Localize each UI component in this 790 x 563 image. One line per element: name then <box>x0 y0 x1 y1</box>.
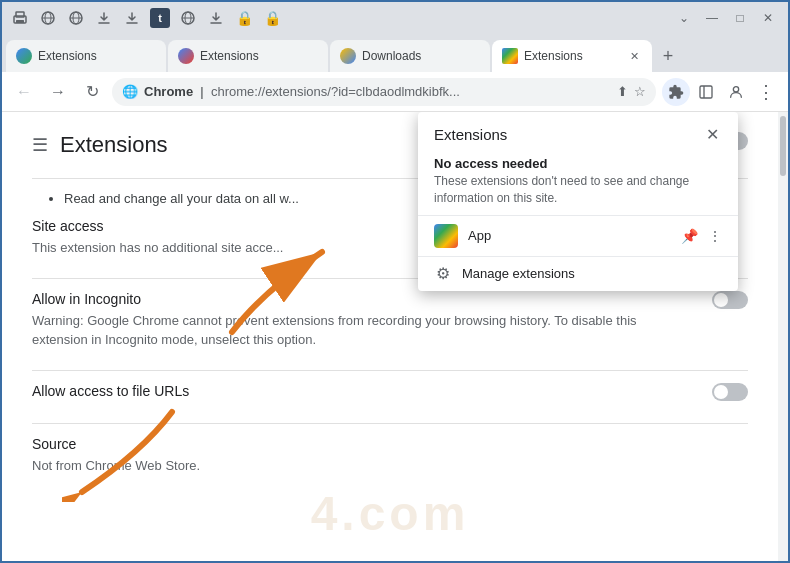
bookmark-icon[interactable]: ☆ <box>634 84 646 99</box>
new-tab-button[interactable]: + <box>654 42 682 70</box>
incognito-section: Allow in Incognito Warning: Google Chrom… <box>32 291 748 350</box>
extensions-button[interactable] <box>662 78 690 106</box>
tab-1[interactable]: Extensions <box>6 40 166 72</box>
svg-rect-2 <box>16 20 24 23</box>
incognito-text-block: Allow in Incognito Warning: Google Chrom… <box>32 291 692 350</box>
scrollbar-thumb[interactable] <box>780 116 786 176</box>
no-access-title: No access needed <box>418 152 738 173</box>
tab-favicon-active <box>502 48 518 64</box>
browser-window: t 🔒 🔒 ⌄ — □ ✕ <box>2 2 788 561</box>
tab-label-active: Extensions <box>524 49 620 63</box>
globe-icon-1[interactable] <box>38 8 58 28</box>
tab-label-2: Extensions <box>200 49 318 63</box>
manage-extensions-item[interactable]: ⚙ Manage extensions <box>418 256 738 291</box>
svg-rect-15 <box>700 86 712 98</box>
reload-button[interactable]: ↻ <box>78 78 106 106</box>
svg-rect-1 <box>16 12 24 17</box>
source-section: Source Not from Chrome Web Store. <box>32 436 748 476</box>
tab-favicon-1 <box>16 48 32 64</box>
globe-icon-3[interactable] <box>178 8 198 28</box>
share-icon[interactable]: ⬆ <box>617 84 628 99</box>
tab-2[interactable]: Extensions <box>168 40 328 72</box>
download-icon-1[interactable] <box>94 8 114 28</box>
separator-4 <box>32 423 748 424</box>
tab-bar: Extensions Extensions Downloads Extensio… <box>2 34 788 72</box>
page-title: Extensions <box>60 132 168 158</box>
incognito-title: Allow in Incognito <box>32 291 692 307</box>
tab-favicon-3 <box>340 48 356 64</box>
incognito-toggle[interactable] <box>712 291 748 309</box>
tumblr-icon[interactable]: t <box>150 8 170 28</box>
address-bar: ← → ↻ 🌐 Chrome | chrome://extensions/?id… <box>2 72 788 112</box>
watermark: 4.com <box>311 486 470 541</box>
minimize-button[interactable]: — <box>700 8 724 28</box>
app-extension-name: App <box>468 228 671 243</box>
title-icons-row: t 🔒 🔒 <box>10 8 282 28</box>
printer-icon[interactable] <box>10 8 30 28</box>
popup-title: Extensions <box>434 126 507 143</box>
source-title: Source <box>32 436 748 452</box>
toolbar-right: ⋮ <box>662 78 780 106</box>
manage-extensions-label: Manage extensions <box>462 266 575 281</box>
tab-3[interactable]: Downloads <box>330 40 490 72</box>
forward-button[interactable]: → <box>44 78 72 106</box>
content-area: 4.com ☰ Extensions er mode Read and chan… <box>2 112 788 561</box>
profile-button[interactable] <box>722 78 750 106</box>
file-urls-toggle-thumb <box>714 385 728 399</box>
file-urls-toggle[interactable] <box>712 383 748 401</box>
chevron-up-icon[interactable]: ⌄ <box>672 8 696 28</box>
lock-icon-1[interactable]: 🔒 <box>234 8 254 28</box>
popup-close-button[interactable]: ✕ <box>702 124 722 144</box>
extensions-popup: Extensions ✕ No access needed These exte… <box>418 112 738 291</box>
address-icon: 🌐 <box>122 84 138 99</box>
tab-close-button[interactable]: ✕ <box>626 48 642 64</box>
tab-favicon-2 <box>178 48 194 64</box>
back-button[interactable]: ← <box>10 78 38 106</box>
manage-gear-icon: ⚙ <box>434 265 452 283</box>
no-access-desc: These extensions don't need to see and c… <box>418 173 738 215</box>
tab-label-3: Downloads <box>362 49 480 63</box>
sidebar-button[interactable] <box>692 78 720 106</box>
file-urls-title: Allow access to file URLs <box>32 383 189 399</box>
scrollbar[interactable] <box>778 112 788 561</box>
more-options-icon[interactable]: ⋮ <box>708 228 722 244</box>
app-item: App 📌 ⋮ <box>418 215 738 256</box>
incognito-text: Warning: Google Chrome cannot prevent ex… <box>32 311 692 350</box>
pin-icon[interactable]: 📌 <box>681 228 698 244</box>
close-button[interactable]: ✕ <box>756 8 780 28</box>
lock-icon-2[interactable]: 🔒 <box>262 8 282 28</box>
file-urls-section: Allow access to file URLs <box>32 383 748 403</box>
source-text: Not from Chrome Web Store. <box>32 456 748 476</box>
download-icon-3[interactable] <box>206 8 226 28</box>
menu-button[interactable]: ⋮ <box>752 78 780 106</box>
window-controls: ⌄ — □ ✕ <box>672 8 780 28</box>
globe-icon-2[interactable] <box>66 8 86 28</box>
popup-header: Extensions ✕ <box>418 112 738 152</box>
address-text: Chrome | chrome://extensions/?id=clbdaod… <box>144 84 611 99</box>
maximize-button[interactable]: □ <box>728 8 752 28</box>
address-field[interactable]: 🌐 Chrome | chrome://extensions/?id=clbda… <box>112 78 656 106</box>
incognito-toggle-thumb <box>714 293 728 307</box>
hamburger-icon[interactable]: ☰ <box>32 134 48 156</box>
separator-3 <box>32 370 748 371</box>
tab-label-1: Extensions <box>38 49 156 63</box>
svg-point-17 <box>733 86 738 91</box>
download-icon-2[interactable] <box>122 8 142 28</box>
tab-active[interactable]: Extensions ✕ <box>492 40 652 72</box>
title-bar: t 🔒 🔒 ⌄ — □ ✕ <box>2 2 788 34</box>
app-extension-icon <box>434 224 458 248</box>
